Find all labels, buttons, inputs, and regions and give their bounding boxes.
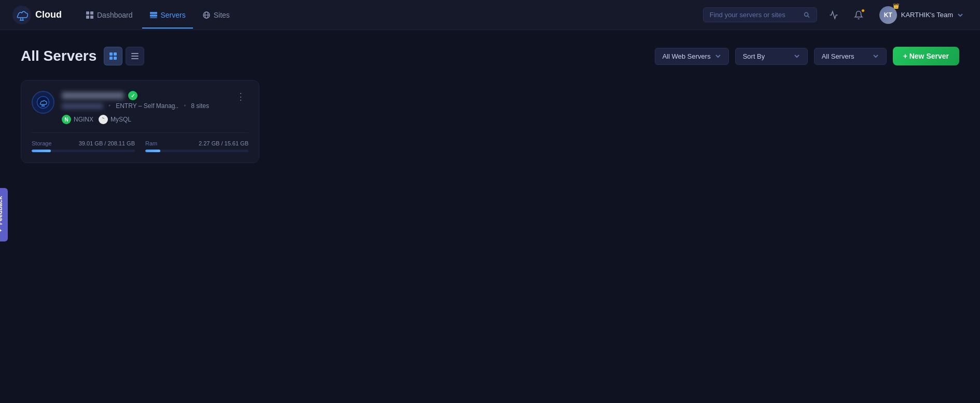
card-subtitle: • ENTRY – Self Manag.. • 8 sites (62, 102, 226, 110)
servers-grid: • ENTRY – Self Manag.. • 8 sites N NGINX (21, 80, 959, 163)
svg-rect-16 (114, 57, 117, 60)
navbar-right: KT 👑 KARTHIK's Team (703, 4, 968, 26)
dashboard-icon (86, 11, 94, 19)
ram-bar (145, 150, 249, 152)
ram-bar-fill (145, 150, 160, 152)
view-toggle (104, 47, 144, 65)
svg-rect-5 (150, 12, 157, 14)
all-servers-filter[interactable]: All Servers (814, 48, 887, 65)
nav-servers[interactable]: Servers (142, 7, 193, 23)
dashboard-label: Dashboard (97, 11, 133, 19)
svg-rect-7 (150, 17, 157, 18)
list-view-button[interactable] (126, 47, 144, 65)
avatar-initials: KT (884, 11, 892, 19)
nav-links: Dashboard Servers Sites (78, 7, 703, 23)
svg-rect-15 (109, 57, 113, 60)
mysql-icon (99, 115, 108, 124)
nav-dashboard[interactable]: Dashboard (78, 7, 140, 23)
nginx-icon: N (62, 115, 71, 124)
feedback-tab[interactable]: ✦ Feedback (0, 188, 8, 241)
web-servers-filter-label: All Web Servers (662, 52, 711, 60)
tech-tags: N NGINX MySQL (62, 115, 226, 124)
sites-icon (202, 11, 211, 19)
search-input[interactable] (710, 11, 799, 19)
cloud-server-icon (36, 96, 50, 109)
card-title-row (62, 91, 226, 100)
svg-rect-13 (109, 52, 113, 56)
brand-icon (12, 6, 31, 24)
server-type: ENTRY – Self Manag.. (116, 102, 178, 110)
card-info: • ENTRY – Self Manag.. • 8 sites N NGINX (62, 91, 226, 124)
storage-label: Storage (32, 140, 52, 146)
user-name: KARTHIK's Team (901, 11, 953, 19)
page-header: All Servers (21, 47, 959, 65)
web-servers-filter[interactable]: All Web Servers (655, 48, 729, 65)
sort-by-dropdown[interactable]: Sort By (735, 48, 808, 65)
user-menu[interactable]: KT 👑 KARTHIK's Team (875, 4, 968, 26)
svg-line-12 (808, 16, 809, 17)
server-icon (32, 91, 54, 114)
new-server-label: + New Server (903, 52, 949, 60)
list-icon (131, 52, 139, 60)
notifications-button[interactable] (850, 7, 867, 23)
servers-icon (149, 11, 158, 19)
svg-point-11 (805, 12, 808, 16)
grid-view-button[interactable] (104, 47, 122, 65)
server-ip-blurred (62, 103, 103, 109)
svg-rect-1 (86, 11, 89, 15)
activity-icon (829, 10, 838, 20)
new-server-button[interactable]: + New Server (893, 47, 959, 65)
card-footer: Storage 39.01 GB / 208.11 GB Ram 2.27 GB… (32, 132, 249, 152)
notification-dot (861, 9, 865, 12)
svg-point-0 (12, 6, 31, 24)
search-bar[interactable] (703, 7, 817, 22)
brand-name: Cloud (35, 9, 62, 20)
crown-badge: 👑 (893, 3, 899, 9)
svg-rect-4 (90, 16, 93, 19)
page-title: All Servers (21, 48, 96, 64)
storage-value: 39.01 GB / 208.11 GB (79, 140, 135, 146)
svg-point-20 (37, 97, 49, 109)
sort-by-label: Sort By (743, 52, 765, 60)
server-card: • ENTRY – Self Manag.. • 8 sites N NGINX (21, 80, 259, 163)
servers-label: Servers (161, 11, 186, 19)
svg-rect-14 (114, 52, 117, 56)
main-content: All Servers (0, 30, 980, 180)
all-servers-label: All Servers (822, 52, 854, 60)
card-header: • ENTRY – Self Manag.. • 8 sites N NGINX (32, 91, 249, 124)
server-name-blurred (62, 92, 124, 99)
filter-chevron-icon (715, 53, 721, 59)
search-icon (804, 11, 810, 19)
ram-value: 2.27 GB / 15.61 GB (199, 140, 249, 146)
storage-resource: Storage 39.01 GB / 208.11 GB (32, 140, 135, 152)
feedback-icon: ✦ (0, 228, 4, 233)
storage-bar-fill (32, 150, 51, 152)
sort-chevron-icon (794, 53, 800, 59)
header-controls: All Web Servers Sort By All Servers + Ne… (655, 47, 959, 65)
brand-logo-link[interactable]: Cloud (12, 6, 62, 24)
svg-rect-19 (131, 58, 139, 59)
grid-icon (109, 52, 117, 60)
nginx-label: NGINX (74, 116, 93, 123)
server-status-dot (128, 91, 137, 100)
nav-sites[interactable]: Sites (195, 7, 237, 23)
mysql-tag: MySQL (99, 115, 131, 124)
svg-rect-3 (86, 16, 89, 19)
ram-resource: Ram 2.27 GB / 15.61 GB (145, 140, 249, 152)
sites-label: Sites (214, 11, 230, 19)
navbar: Cloud Dashboard Servers (0, 0, 980, 30)
nginx-tag: N NGINX (62, 115, 93, 124)
ram-label: Ram (145, 140, 157, 146)
svg-rect-6 (150, 15, 157, 17)
activity-button[interactable] (825, 7, 842, 23)
mysql-label: MySQL (111, 116, 131, 123)
avatar: KT 👑 (879, 6, 897, 24)
svg-rect-18 (131, 56, 139, 57)
card-menu-button[interactable]: ⋮ (233, 91, 249, 102)
feedback-label: Feedback (0, 196, 4, 225)
servers-filter-chevron-icon (873, 53, 879, 59)
page-title-area: All Servers (21, 47, 144, 65)
svg-rect-17 (131, 53, 139, 54)
sites-count: 8 sites (191, 102, 209, 110)
svg-rect-2 (90, 11, 93, 15)
